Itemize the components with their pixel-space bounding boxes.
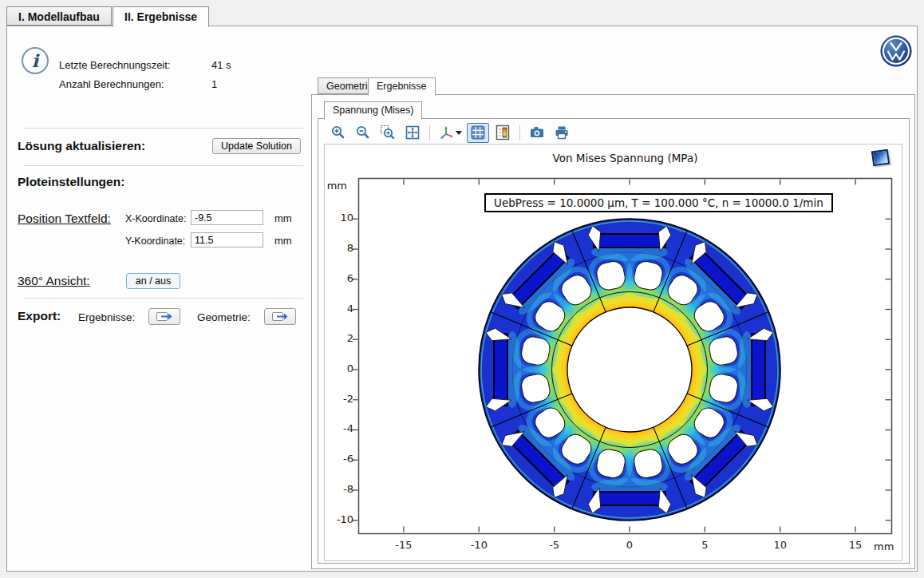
graphics-area[interactable]: Von Mises Spannung (MPa) <box>324 144 902 561</box>
x-unit-label: mm <box>274 212 292 224</box>
update-solution-heading: Lösung aktualisieren: <box>18 139 145 153</box>
export-results-label: Ergebnisse: <box>78 311 135 323</box>
zoom-extents-icon <box>405 125 421 141</box>
grid-icon <box>471 125 485 140</box>
y-tick-label: -10 <box>326 513 353 525</box>
y-tick-label: 8 <box>326 242 353 254</box>
textfield-position-heading: Position Textfeld: <box>18 212 111 226</box>
export-results-button[interactable] <box>148 308 180 325</box>
y-tick-label: 0 <box>326 362 353 374</box>
zoom-to-selection-icon <box>380 125 396 141</box>
info-icon: i <box>22 47 49 74</box>
x-tick-label: 10 <box>763 539 798 551</box>
export-geometry-label: Geometrie: <box>197 311 251 323</box>
x-tick-label: -15 <box>386 539 421 551</box>
last-computation-value: 41 s <box>211 59 231 71</box>
zoom-in-button[interactable] <box>327 123 349 143</box>
print-button[interactable] <box>551 123 573 143</box>
zoom-out-button[interactable] <box>352 123 374 143</box>
x-coordinate-input[interactable] <box>191 210 263 225</box>
computation-count-label: Anzahl Berechnungen: <box>59 78 164 90</box>
plot-settings-heading: Ploteinstellungen: <box>18 175 124 189</box>
plot-annotation: UebPress = 10.0000 µm, T = 100.000 °C, n… <box>484 193 833 212</box>
zoom-to-selection-button[interactable] <box>377 123 399 143</box>
y-tick-label: -8 <box>326 483 353 495</box>
export-heading: Export: <box>18 309 61 323</box>
tab-ergebnisse[interactable]: II. Ergebnisse <box>113 6 209 27</box>
divider <box>24 128 303 129</box>
y-unit-label: mm <box>274 235 292 247</box>
x-coordinate-label: X-Koordinate: <box>125 213 186 224</box>
color-legend-toggle-button[interactable] <box>492 123 514 143</box>
chevron-down-icon[interactable] <box>456 131 462 135</box>
update-solution-button[interactable]: Update Solution <box>212 138 301 154</box>
axis-orientation-button[interactable] <box>436 123 464 143</box>
y-tick-label: 4 <box>326 303 353 315</box>
grid-toggle-button[interactable] <box>467 123 489 143</box>
y-coordinate-input[interactable] <box>191 232 263 247</box>
y-tick-label: -4 <box>326 422 353 434</box>
y-tick-label: -2 <box>326 393 353 405</box>
axis-orientation-icon <box>439 125 455 141</box>
divider <box>24 298 303 299</box>
view-360-toggle-button[interactable]: an / aus <box>126 273 180 289</box>
y-tick-label: -6 <box>326 453 353 465</box>
y-tick-label: 10 <box>326 212 353 224</box>
plot-tab-spannung-mises[interactable]: Spannung (Mises) <box>324 101 422 120</box>
divider <box>24 165 303 166</box>
y-axis-unit: mm <box>325 180 347 192</box>
x-tick-label: 5 <box>687 539 722 551</box>
printer-icon <box>554 125 570 141</box>
y-coordinate-label: Y-Koordinate: <box>125 236 185 247</box>
export-geometry-button[interactable] <box>264 308 296 325</box>
color-legend-icon <box>495 125 511 141</box>
zoom-extents-button[interactable] <box>401 123 424 143</box>
export-icon <box>271 311 289 323</box>
y-tick-label: 6 <box>326 272 353 284</box>
last-computation-label: Letzte Berechnungszeit: <box>59 59 170 71</box>
y-tick-label: 2 <box>326 332 353 344</box>
tab-modellaufbau[interactable]: I. Modellaufbau <box>6 6 112 26</box>
zoom-in-icon <box>330 125 346 141</box>
x-tick-label: -10 <box>461 539 496 551</box>
volkswagen-logo <box>880 35 912 67</box>
app-window: I. Modellaufbau II. Ergebnisse i Letzte … <box>0 0 924 578</box>
x-axis-unit: mm <box>874 540 894 552</box>
computation-count-value: 1 <box>211 78 217 90</box>
toolbar-separator <box>429 125 430 141</box>
x-tick-label: -5 <box>537 539 572 551</box>
view-360-heading: 360° Ansicht: <box>18 274 90 288</box>
export-icon <box>156 311 173 323</box>
zoom-out-icon <box>355 125 371 141</box>
graphics-tab-ergebnisse[interactable]: Ergebnisse <box>368 77 436 96</box>
image-snapshot-button[interactable] <box>526 123 548 143</box>
x-tick-label: 15 <box>838 539 873 551</box>
graphics-toolbar <box>327 123 573 142</box>
x-tick-label: 0 <box>612 539 647 551</box>
toolbar-separator <box>519 125 520 141</box>
camera-icon <box>529 125 545 141</box>
